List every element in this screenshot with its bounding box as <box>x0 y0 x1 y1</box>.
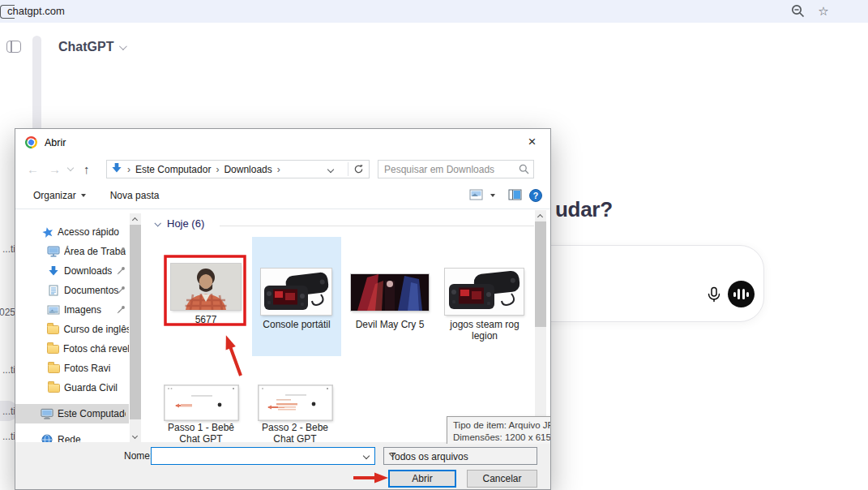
file-type-dropdown[interactable]: Todos os arquivos <box>383 447 537 465</box>
file-list: Hoje (6) 5677 <box>151 209 550 444</box>
pin-icon <box>117 286 126 297</box>
scroll-up-icon[interactable] <box>537 214 543 220</box>
tooltip-type: Tipo de item: Arquivo JPG <box>453 419 550 432</box>
close-icon[interactable]: × <box>514 129 550 155</box>
sidebar-chat-fragment[interactable]: 025 <box>0 307 15 318</box>
downloads-arrow-icon <box>47 265 60 277</box>
help-icon[interactable]: ? <box>529 189 542 202</box>
chatgpt-title-label: ChatGPT <box>58 40 113 54</box>
breadcrumb-current[interactable]: Downloads <box>224 164 272 175</box>
sidebar-item-desktop[interactable]: Área de Traba <box>15 242 129 261</box>
organize-menu[interactable]: Organizar <box>33 190 86 201</box>
file-list-scrollbar[interactable] <box>535 210 546 443</box>
sidebar-item-pictures[interactable]: Imagens <box>15 300 129 320</box>
file-thumbnail-screenshot[interactable] <box>259 385 332 420</box>
file-thumbnail-game[interactable] <box>351 274 429 311</box>
pin-icon <box>117 247 126 258</box>
view-options-chevron-icon[interactable] <box>490 194 495 197</box>
up-arrow-icon[interactable]: ↑ <box>83 161 90 178</box>
dialog-titlebar[interactable]: Abrir × <box>15 129 550 156</box>
file-name[interactable]: 5677 <box>167 314 245 325</box>
sidebar-item-quick-access[interactable]: Acesso rápido <box>15 222 129 242</box>
pin-icon <box>117 305 126 316</box>
sidebar-scrollbar[interactable] <box>130 213 141 443</box>
chevron-down-icon[interactable] <box>363 453 370 459</box>
file-name[interactable]: jogos steam rog legion <box>443 319 527 342</box>
folder-icon <box>47 325 59 334</box>
sidebar-item-folder[interactable]: Fotos Ravi <box>15 359 129 378</box>
desktop-icon <box>47 246 60 257</box>
browser-address-bar[interactable]: chatgpt.com ☆ <box>0 0 868 23</box>
dialog-navbar: ← → ↑ › Este Computador › Downloads › <box>15 156 550 183</box>
collapse-chevron-icon[interactable] <box>154 220 160 226</box>
scrollbar-thumb[interactable] <box>535 221 546 327</box>
sidebar-item-folder[interactable]: Curso de inglês <box>15 320 129 339</box>
sidebar-item-folder[interactable]: Guarda Civil <box>15 378 129 398</box>
quick-access-star-icon <box>41 226 53 239</box>
folder-icon <box>47 364 60 373</box>
search-input[interactable] <box>384 161 514 177</box>
file-tooltip: Tipo de item: Arquivo JPG Dimensões: 120… <box>447 416 550 444</box>
scroll-down-icon[interactable] <box>132 433 138 439</box>
breadcrumb-root[interactable]: Este Computador <box>135 164 211 175</box>
sidebar-chat-fragment[interactable]: ti... <box>0 243 15 255</box>
dialog-sidebar: Acesso rápido Área de Traba Downloads Do… <box>15 209 142 444</box>
forward-arrow-icon[interactable]: → <box>49 161 61 178</box>
sidebar-chat-fragment[interactable]: ti... <box>0 431 15 442</box>
chatgpt-model-switcher[interactable]: ChatGPT <box>58 40 125 54</box>
file-thumbnail-photo[interactable] <box>171 264 241 310</box>
new-folder-button[interactable]: Nova pasta <box>110 190 160 201</box>
dialog-toolbar: Organizar Nova pasta ? <box>15 183 550 209</box>
view-thumbnails-icon[interactable] <box>469 189 483 203</box>
file-name[interactable]: Passo 2 - Bebe Chat GPT <box>256 422 334 444</box>
search-box[interactable] <box>378 160 534 178</box>
zoom-out-icon[interactable] <box>791 4 806 19</box>
folder-icon <box>47 345 59 354</box>
chevron-down-icon <box>81 194 86 197</box>
cancel-button[interactable]: Cancelar <box>467 470 537 488</box>
open-file-dialog: Abrir × ← → ↑ › Este Computador › Downlo… <box>15 128 551 490</box>
tooltip-dimensions: Dimensões: 1200 x 615 <box>453 432 550 444</box>
file-thumbnail-console[interactable] <box>261 269 331 315</box>
sidebar-chat-fragment[interactable]: ti... <box>0 364 15 376</box>
sidebar-chat-fragment[interactable]: ti... <box>0 406 15 417</box>
file-name-combobox[interactable] <box>151 447 375 465</box>
scrollbar-thumb[interactable] <box>130 225 141 419</box>
file-thumbnail-console[interactable] <box>445 269 524 315</box>
address-dropdown-icon[interactable] <box>327 165 334 172</box>
back-arrow-icon[interactable]: ← <box>27 161 39 178</box>
document-icon <box>47 285 60 296</box>
open-button[interactable]: Abrir <box>388 470 456 488</box>
dialog-footer: Nome: Todos os arquivos Abrir Cancelar <box>15 442 550 489</box>
file-thumbnail-screenshot[interactable] <box>165 385 238 420</box>
folder-icon <box>47 384 60 393</box>
chevron-down-icon <box>119 42 127 50</box>
voice-mode-button[interactable] <box>728 281 755 307</box>
sidebar-item-this-pc[interactable]: Este Computador <box>15 404 129 423</box>
microphone-icon[interactable] <box>705 286 723 303</box>
search-icon[interactable] <box>519 164 529 177</box>
file-name[interactable]: Devil May Cry 5 <box>349 319 430 330</box>
chatgpt-heading-fragment: udar? <box>555 197 613 222</box>
sidebar-toggle-icon[interactable] <box>6 41 21 53</box>
url-text[interactable]: chatgpt.com <box>7 5 65 17</box>
history-chevron-icon[interactable] <box>67 165 74 171</box>
breadcrumb[interactable]: › Este Computador › Downloads › <box>106 160 370 178</box>
pictures-icon <box>47 305 60 315</box>
file-name-label: Nome: <box>124 450 152 462</box>
group-header-today[interactable]: Hoje (6) <box>155 217 204 230</box>
file-name[interactable]: Console portátil <box>256 319 337 330</box>
preview-pane-icon[interactable] <box>508 189 522 203</box>
refresh-icon[interactable] <box>351 161 366 178</box>
sidebar-item-downloads[interactable]: Downloads <box>15 261 129 281</box>
sidebar-item-folder[interactable]: Fotos chá revela <box>15 339 129 359</box>
file-name[interactable]: Passo 1 - Bebê Chat GPT <box>162 422 240 444</box>
pin-icon <box>117 266 126 277</box>
bookmark-star-icon[interactable]: ☆ <box>816 4 831 19</box>
tooltip-size: Tamanho: 48,2 KB <box>453 443 550 444</box>
computer-icon <box>41 408 53 419</box>
scroll-up-icon[interactable] <box>132 217 138 223</box>
file-name-input[interactable] <box>155 449 357 463</box>
sidebar-item-documents[interactable]: Documentos <box>15 281 129 300</box>
dialog-title: Abrir <box>45 137 66 148</box>
